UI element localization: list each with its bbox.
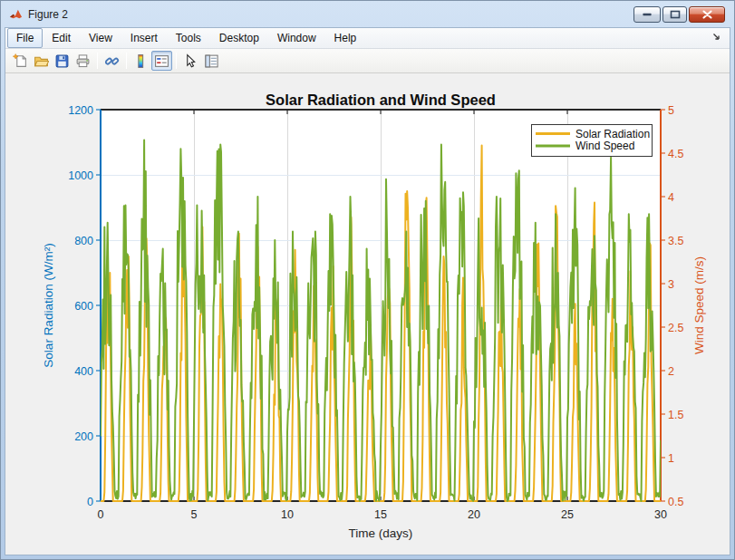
left-y-axis-label: Solar Radiation (W/m²) — [42, 243, 55, 367]
window-title: Figure 2 — [28, 8, 68, 21]
axis-tick-label: 25 — [561, 508, 574, 521]
toolbar-separator — [126, 53, 127, 69]
toolbar-separator — [176, 53, 177, 69]
open-file-button[interactable] — [31, 51, 52, 71]
property-inspector-button[interactable] — [201, 51, 222, 71]
axis-tick-label: 0.5 — [668, 496, 683, 508]
axis-tick-label: 2.5 — [668, 322, 683, 334]
link-plot-button[interactable] — [102, 51, 122, 71]
open-file-icon — [34, 53, 49, 69]
new-figure-button[interactable] — [10, 51, 31, 71]
menu-item-window[interactable]: Window — [268, 28, 325, 48]
axis-tick-label: 15 — [374, 508, 387, 521]
axis-tick-label: 3.5 — [668, 235, 683, 247]
save-figure-icon — [54, 53, 70, 69]
figure-client-area: FileEditViewInsertToolsDesktopWindowHelp — [5, 27, 730, 555]
close-icon — [702, 10, 712, 19]
menu-bar: FileEditViewInsertToolsDesktopWindowHelp — [5, 28, 730, 49]
axis-tick-label: 30 — [654, 508, 667, 521]
new-figure-icon — [13, 53, 28, 69]
print-figure-icon — [75, 53, 91, 69]
insert-legend-icon — [154, 53, 169, 69]
axis-tick-label: 600 — [74, 300, 93, 313]
axis-tick-label: 2 — [668, 365, 674, 378]
menu-item-insert[interactable]: Insert — [121, 28, 167, 48]
maximize-icon — [670, 10, 681, 19]
property-inspector-icon — [204, 53, 219, 69]
menu-item-help[interactable]: Help — [325, 28, 366, 48]
axis-tick-label: 3 — [668, 278, 674, 291]
save-figure-button[interactable] — [52, 51, 73, 71]
matlab-logo-icon — [9, 7, 23, 21]
edit-plot-button[interactable] — [180, 51, 201, 71]
chart-canvas: 0510152025300200400600800100012000.511.5… — [5, 73, 731, 556]
axis-tick-label: 5 — [191, 508, 198, 521]
menu-item-desktop[interactable]: Desktop — [210, 28, 268, 48]
legend[interactable]: Solar RadiationWind Speed — [531, 124, 652, 156]
maximize-button[interactable] — [662, 6, 687, 23]
right-y-axis-label: Wind Speed (m/s) — [692, 256, 706, 354]
insert-legend-button[interactable] — [151, 51, 172, 71]
figure-canvas-area: 0510152025300200400600800100012000.511.5… — [5, 73, 730, 555]
figure-window: Figure 2 FileEditViewInsertToolsDesktopW… — [0, 0, 735, 560]
axis-tick-label: 5 — [668, 104, 674, 117]
axis-tick-label: 800 — [74, 235, 93, 247]
legend-label: Solar Radiation — [575, 128, 650, 140]
insert-colorbar-button[interactable] — [131, 51, 151, 71]
toolbar-separator — [97, 53, 98, 69]
axis-tick-label: 1.5 — [668, 409, 683, 421]
insert-colorbar-icon — [133, 53, 149, 69]
axis-tick-label: 1 — [668, 452, 674, 465]
close-button[interactable] — [689, 6, 725, 23]
axis-tick-label: 1000 — [68, 169, 93, 182]
axis-tick-label: 1200 — [68, 104, 93, 117]
axis-tick-label: 4 — [668, 191, 674, 204]
menu-item-file[interactable]: File — [7, 28, 43, 48]
axis-tick-label: 20 — [468, 508, 480, 521]
dock-figure-icon[interactable] — [711, 32, 722, 43]
title-bar: Figure 2 — [1, 1, 734, 27]
axis-tick-label: 10 — [281, 508, 294, 521]
minimize-icon — [642, 10, 653, 19]
link-plot-icon — [104, 53, 120, 69]
minimize-button[interactable] — [633, 6, 661, 23]
toolbar — [5, 49, 730, 73]
chart-title: Solar Radiation and Wind Speed — [266, 92, 496, 108]
axis-tick-label: 0 — [98, 508, 104, 521]
axis-tick-label: 0 — [87, 496, 93, 508]
print-figure-button[interactable] — [73, 51, 93, 71]
x-axis-label: Time (days) — [349, 526, 413, 540]
menu-item-edit[interactable]: Edit — [43, 28, 80, 48]
axis-tick-label: 400 — [74, 365, 93, 378]
axis-tick-label: 4.5 — [668, 148, 683, 160]
axis-tick-label: 200 — [74, 430, 93, 443]
legend-label: Wind Speed — [575, 140, 634, 152]
menu-item-view[interactable]: View — [80, 28, 121, 48]
edit-plot-icon — [183, 53, 198, 69]
menu-item-tools[interactable]: Tools — [167, 28, 210, 48]
